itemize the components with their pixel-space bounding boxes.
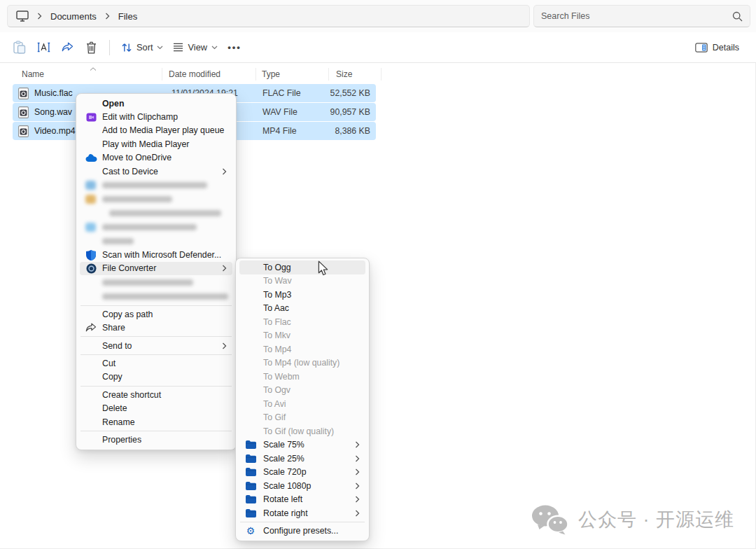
menu-item-to-flac[interactable]: To Flac <box>239 315 365 329</box>
paste-button[interactable] <box>8 36 31 60</box>
search-input[interactable] <box>541 11 732 21</box>
sort-ascending-caret-icon <box>90 63 97 73</box>
menu-item-scale-720p[interactable]: Scale 720p <box>239 466 365 480</box>
menu-item-label: Scale 75% <box>263 440 304 450</box>
submenu-arrow-icon <box>355 482 360 489</box>
menu-item-to-mkv[interactable]: To Mkv <box>239 329 365 343</box>
menu-item-label: To Webm <box>263 372 300 382</box>
redacted-menu-item[interactable] <box>80 192 232 206</box>
share-button[interactable] <box>55 36 79 60</box>
column-header-date-modified[interactable]: Date modified <box>162 68 256 81</box>
file-type: WAV File <box>256 107 329 117</box>
menu-item-delete[interactable]: Delete <box>80 401 232 415</box>
menu-item-play-with-media-player[interactable]: Play with Media Player <box>80 137 232 151</box>
redacted-menu-item[interactable] <box>80 275 232 289</box>
menu-item-to-avi[interactable]: To Avi <box>239 397 365 411</box>
breadcrumb-item-documents[interactable]: Documents <box>46 10 101 23</box>
breadcrumb-item-files[interactable]: Files <box>114 10 141 23</box>
sort-button[interactable]: Sort <box>116 36 168 60</box>
trash-icon <box>86 41 97 54</box>
menu-item-to-aac[interactable]: To Aac <box>239 302 365 316</box>
view-button[interactable]: View <box>168 36 223 60</box>
wechat-icon <box>531 504 569 535</box>
menu-item-to-webm[interactable]: To Webm <box>239 370 365 384</box>
redacted-menu-item[interactable] <box>80 234 232 248</box>
menu-item-share[interactable]: Share <box>80 321 232 335</box>
watermark: 公众号 · 开源运维 <box>531 504 734 535</box>
menu-item-to-ogg[interactable]: To Ogg <box>239 260 365 274</box>
menu-item-scale-25%[interactable]: Scale 25% <box>239 452 365 466</box>
column-header-name[interactable]: Name <box>13 68 162 81</box>
menu-item-open[interactable]: Open <box>80 97 232 110</box>
menu-item-copy[interactable]: Copy <box>80 370 232 384</box>
this-pc-monitor-icon[interactable] <box>16 11 29 22</box>
folder-icon <box>244 453 257 464</box>
redacted-menu-item[interactable] <box>80 289 232 303</box>
menu-item-label: Delete <box>102 403 127 413</box>
menu-item-label: To Mp3 <box>263 290 291 300</box>
menu-item-to-mp4[interactable]: To Mp4 <box>239 342 365 356</box>
defender-icon <box>85 249 97 260</box>
menu-item-add-to-media-player-play-queue[interactable]: Add to Media Player play queue <box>80 124 232 137</box>
menu-item-to-mp4-low-quality[interactable]: To Mp4 (low quality) <box>239 356 365 370</box>
rename-icon <box>37 42 50 53</box>
menu-item-rotate-right[interactable]: Rotate right <box>239 506 365 520</box>
menu-item-to-wav[interactable]: To Wav <box>239 274 365 289</box>
search-box[interactable] <box>533 5 750 27</box>
menu-item-to-gif-low-quality[interactable]: To Gif (low quality) <box>239 424 365 438</box>
sort-icon <box>121 43 132 53</box>
breadcrumb[interactable]: DocumentsFiles <box>7 5 530 27</box>
mouse-cursor <box>316 260 330 279</box>
menu-item-label: Rotate right <box>263 508 308 518</box>
redacted-menu-item[interactable] <box>80 178 232 192</box>
redacted-icon <box>85 195 96 204</box>
menu-item-label: Play with Media Player <box>102 139 189 149</box>
redacted-menu-item[interactable] <box>80 220 232 234</box>
menu-item-to-ogv[interactable]: To Ogv <box>239 384 365 398</box>
menu-item-label: To Mp4 <box>263 345 291 354</box>
submenu-arrow-icon <box>355 496 360 503</box>
menu-item-scale-75%[interactable]: Scale 75% <box>239 438 365 452</box>
menu-item-rotate-left[interactable]: Rotate left <box>239 493 365 507</box>
menu-item-label: Edit with Clipchamp <box>102 112 178 122</box>
column-header-size[interactable]: Size <box>329 68 382 81</box>
menu-item-configure-presets[interactable]: ⚙Configure presets... <box>239 524 365 538</box>
rename-button[interactable] <box>31 36 55 60</box>
menu-item-move-to-onedrive[interactable]: Move to OneDrive <box>80 151 232 165</box>
more-options-button[interactable]: ••• <box>223 36 246 60</box>
toolbar-divider <box>109 40 110 55</box>
chevron-down-icon <box>157 46 163 50</box>
menu-item-copy-as-path[interactable]: Copy as path <box>80 307 232 321</box>
redacted-menu-item[interactable] <box>80 206 232 220</box>
menu-item-to-mp3[interactable]: To Mp3 <box>239 288 365 302</box>
menu-item-scale-1080p[interactable]: Scale 1080p <box>239 479 365 493</box>
menu-item-rename[interactable]: Rename <box>80 415 232 429</box>
redacted-text <box>102 238 134 244</box>
breadcrumb-chevron-icon <box>105 13 110 20</box>
menu-item-label: Copy as path <box>102 310 153 319</box>
column-header-type[interactable]: Type <box>256 68 329 81</box>
menu-item-edit-with-clipchamp[interactable]: Edit with Clipchamp <box>80 110 232 123</box>
delete-button[interactable] <box>79 36 103 60</box>
menu-item-label: To Gif <box>263 412 286 422</box>
menu-item-label: Cut <box>102 359 115 368</box>
menu-item-cast-to-device[interactable]: Cast to Device <box>80 165 232 178</box>
menu-item-scan-with-microsoft-defender[interactable]: Scan with Microsoft Defender... <box>80 248 232 261</box>
menu-item-cut[interactable]: Cut <box>80 356 232 370</box>
file-name: Song.wav <box>34 107 72 117</box>
menu-item-label: Scale 25% <box>263 454 304 464</box>
submenu-arrow-icon <box>222 168 227 175</box>
menu-item-properties[interactable]: Properties <box>80 433 232 446</box>
clipchamp-icon <box>85 111 97 123</box>
menu-item-label: Send to <box>102 341 132 351</box>
folder-icon <box>244 508 257 519</box>
menu-item-create-shortcut[interactable]: Create shortcut <box>80 388 232 401</box>
menu-item-file-converter[interactable]: File Converter <box>80 262 232 275</box>
details-pane-button[interactable]: Details <box>689 36 746 60</box>
redacted-text <box>102 224 197 230</box>
search-icon[interactable] <box>732 11 743 22</box>
menu-item-send-to[interactable]: Send to <box>80 339 232 352</box>
command-toolbar: Sort View ••• <box>0 32 756 63</box>
menu-item-to-gif[interactable]: To Gif <box>239 411 365 425</box>
share-icon <box>85 322 97 333</box>
